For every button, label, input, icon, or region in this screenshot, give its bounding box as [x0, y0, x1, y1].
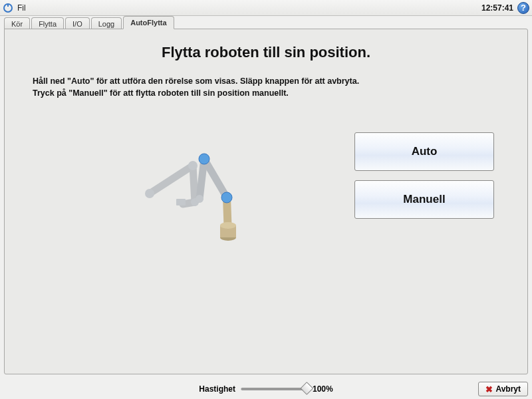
tab-io[interactable]: I/O — [65, 17, 90, 29]
svg-point-9 — [199, 154, 209, 164]
svg-point-8 — [221, 192, 232, 203]
svg-point-7 — [220, 222, 236, 229]
main-panel: Flytta roboten till sin position. Håll n… — [4, 29, 528, 374]
cancel-label: Avbryt — [495, 384, 521, 394]
speed-control: Hastighet 100% — [199, 384, 332, 394]
file-menu[interactable]: Fil — [17, 3, 26, 13]
tab-logg[interactable]: Logg — [91, 17, 122, 29]
clock: 12:57:41 — [481, 3, 513, 13]
tab-kor[interactable]: Kör — [4, 17, 30, 29]
manual-button[interactable]: Manuell — [354, 180, 494, 219]
auto-button[interactable]: Auto — [354, 132, 494, 171]
speed-slider[interactable] — [241, 388, 307, 390]
instruction-line1: Håll ned "Auto" för att utföra den rörel… — [33, 76, 499, 88]
robot-visualization — [5, 132, 354, 252]
speed-label: Hastighet — [199, 384, 235, 394]
cancel-button[interactable]: ✖ Avbryt — [478, 382, 528, 396]
svg-point-10 — [196, 195, 203, 203]
help-icon[interactable]: ? — [517, 2, 529, 14]
instruction-text: Håll ned "Auto" för att utföra den rörel… — [33, 76, 499, 99]
speed-slider-thumb[interactable] — [300, 382, 313, 395]
page-title: Flytta roboten till sin position. — [5, 44, 527, 61]
tab-bar: Kör Flytta I/O Logg AutoFlytta — [0, 16, 532, 29]
robot-arm-icon — [130, 132, 276, 252]
svg-rect-4 — [176, 199, 186, 205]
tab-autoflytta[interactable]: AutoFlytta — [123, 16, 174, 29]
close-icon: ✖ — [485, 384, 493, 394]
instruction-line2: Tryck på "Manuell" för att flytta robote… — [33, 88, 499, 100]
footer-bar: Hastighet 100% ✖ Avbryt — [0, 379, 532, 399]
svg-point-1 — [145, 189, 154, 198]
tab-flytta[interactable]: Flytta — [31, 17, 64, 29]
speed-value: 100% — [313, 384, 333, 394]
svg-point-2 — [188, 161, 198, 170]
title-bar: Fil 12:57:41 ? — [0, 0, 532, 16]
ur-logo-icon — [3, 3, 13, 13]
